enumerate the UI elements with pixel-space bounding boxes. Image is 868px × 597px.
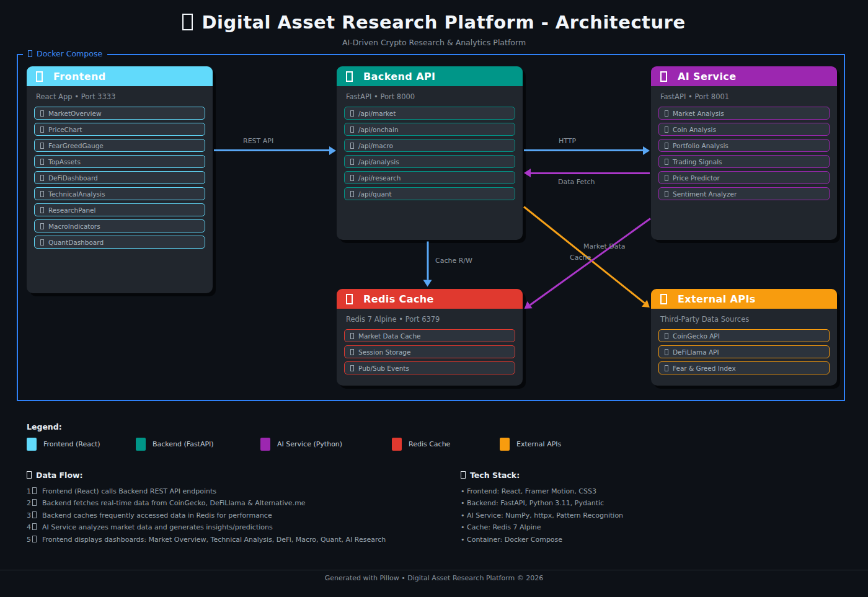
item-label: MacroIndicators bbox=[48, 223, 100, 230]
list-item: Session Storage bbox=[344, 345, 515, 358]
list-item: TechnicalAnalysis bbox=[34, 187, 205, 200]
redis-cache-card: Redis Cache Redis 7 Alpine • Port 6379 M… bbox=[337, 289, 523, 386]
legend-label: Redis Cache bbox=[409, 440, 450, 448]
footer-divider bbox=[0, 570, 868, 570]
cache-rw-arrow bbox=[427, 242, 429, 280]
missing-glyph-icon bbox=[40, 126, 44, 133]
missing-glyph-icon bbox=[32, 499, 37, 506]
legend-label: Frontend (React) bbox=[43, 440, 100, 448]
step-number: 3 bbox=[27, 511, 31, 520]
list-item: Price Predictor bbox=[658, 171, 830, 184]
missing-glyph-icon bbox=[461, 471, 466, 479]
data-flow-step: 2Backend fetches real-time data from Coi… bbox=[27, 499, 306, 507]
step-text: Frontend displays dashboards: Market Ove… bbox=[42, 536, 386, 544]
card-subtitle: React App • Port 3333 bbox=[36, 92, 203, 101]
missing-glyph-icon bbox=[40, 223, 44, 229]
item-label: TechnicalAnalysis bbox=[48, 190, 105, 198]
list-item: Market Analysis bbox=[658, 107, 830, 120]
item-label: Portfolio Analysis bbox=[673, 142, 728, 149]
list-item: /api/analysis bbox=[344, 155, 515, 168]
card-subtitle: Redis 7 Alpine • Port 6379 bbox=[346, 315, 513, 324]
list-item: MacroIndicators bbox=[34, 219, 205, 232]
tech-stack-item: • Backend: FastAPI, Python 3.11, Pydanti… bbox=[461, 499, 604, 507]
docker-compose-label-text: Docker Compose bbox=[37, 49, 102, 58]
missing-glyph-icon bbox=[665, 126, 668, 133]
missing-glyph-icon bbox=[40, 239, 44, 245]
tech-stack-heading: Tech Stack: bbox=[461, 471, 520, 480]
frontend-component-list: MarketOverview PriceChart FearGreedGauge… bbox=[27, 107, 213, 249]
item-label: Market Data Cache bbox=[358, 332, 421, 340]
missing-glyph-icon bbox=[32, 511, 37, 518]
item-label: CoinGecko API bbox=[673, 332, 720, 340]
missing-glyph-icon bbox=[350, 365, 354, 371]
missing-glyph-icon bbox=[40, 207, 44, 213]
external-apis-card: External APIs Third-Party Data Sources C… bbox=[651, 289, 837, 386]
item-label: Trading Signals bbox=[673, 158, 722, 166]
item-label: Price Predictor bbox=[673, 174, 720, 182]
missing-glyph-icon bbox=[665, 349, 668, 355]
footer-text: Generated with Pillow • Digital Asset Re… bbox=[0, 574, 868, 582]
missing-glyph-icon bbox=[40, 110, 44, 117]
legend-label: External APIs bbox=[516, 440, 561, 448]
cache-rw-arrow-label: Cache R/W bbox=[435, 257, 472, 265]
external-api-list: CoinGecko API DeFiLlama API Fear & Greed… bbox=[651, 329, 837, 374]
item-label: MarketOverview bbox=[48, 110, 102, 117]
data-flow-heading: Data Flow: bbox=[27, 471, 83, 480]
data-flow-step: 1Frontend (React) calls Backend REST API… bbox=[27, 487, 216, 495]
docker-compose-label: Docker Compose bbox=[23, 49, 107, 58]
list-item: DeFiDashboard bbox=[34, 171, 205, 184]
missing-glyph-icon bbox=[665, 110, 668, 117]
legend-entry-frontend: Frontend (React) bbox=[27, 438, 100, 451]
legend-entry-redis: Redis Cache bbox=[392, 438, 450, 451]
card-title: AI Service bbox=[678, 71, 736, 82]
tech-stack-heading-text: Tech Stack: bbox=[470, 471, 520, 480]
missing-glyph-icon bbox=[350, 126, 354, 133]
item-label: QuantDashboard bbox=[48, 239, 104, 246]
backend-color-swatch bbox=[136, 438, 146, 451]
item-label: DeFiLlama API bbox=[673, 348, 719, 356]
data-fetch-arrow bbox=[531, 172, 650, 174]
item-label: /api/research bbox=[358, 174, 401, 182]
item-label: Fear & Greed Index bbox=[673, 365, 736, 372]
card-subtitle: FastAPI • Port 8000 bbox=[346, 92, 513, 101]
item-label: /api/macro bbox=[358, 142, 393, 149]
card-title: Frontend bbox=[53, 71, 106, 82]
step-text: AI Service analyzes market data and gene… bbox=[42, 523, 273, 531]
tech-stack-item: • Frontend: React, Framer Motion, CSS3 bbox=[461, 487, 596, 495]
list-item: TopAssets bbox=[34, 155, 205, 168]
missing-glyph-icon bbox=[660, 71, 667, 82]
tech-stack-item: • Container: Docker Compose bbox=[461, 536, 562, 544]
item-label: /api/onchain bbox=[358, 126, 399, 133]
tech-stack-item: • AI Service: NumPy, httpx, Pattern Reco… bbox=[461, 511, 623, 520]
item-label: /api/analysis bbox=[358, 158, 399, 166]
ai-service-feature-list: Market Analysis Coin Analysis Portfolio … bbox=[651, 107, 837, 200]
card-subtitle: Third-Party Data Sources bbox=[660, 315, 828, 324]
redis-feature-list: Market Data Cache Session Storage Pub/Su… bbox=[337, 329, 523, 374]
missing-glyph-icon bbox=[350, 143, 354, 149]
page-title-text: Digital Asset Research Platform - Archit… bbox=[202, 12, 685, 33]
legend-label: AI Service (Python) bbox=[277, 440, 342, 448]
missing-glyph-icon bbox=[36, 71, 43, 82]
item-label: Sentiment Analyzer bbox=[673, 190, 737, 198]
missing-glyph-icon bbox=[350, 333, 354, 339]
data-flow-step: 3Backend caches frequently accessed data… bbox=[27, 511, 272, 520]
list-item: Trading Signals bbox=[658, 155, 830, 168]
list-item: CoinGecko API bbox=[658, 329, 830, 342]
market-data-arrow-label: Market Data bbox=[583, 242, 626, 250]
item-label: ResearchPanel bbox=[48, 206, 96, 214]
legend-entry-backend: Backend (FastAPI) bbox=[136, 438, 214, 451]
step-text: Frontend (React) calls Backend REST API … bbox=[42, 487, 216, 495]
missing-glyph-icon bbox=[665, 175, 668, 181]
missing-glyph-icon bbox=[32, 487, 37, 494]
list-item: DeFiLlama API bbox=[658, 345, 830, 358]
missing-glyph-icon bbox=[660, 294, 667, 304]
missing-glyph-icon bbox=[32, 523, 37, 530]
card-subtitle: FastAPI • Port 8001 bbox=[660, 92, 828, 101]
list-item: Portfolio Analysis bbox=[658, 139, 830, 152]
step-text: Backend fetches real-time data from Coin… bbox=[42, 499, 306, 507]
ai-service-card-header: AI Service bbox=[651, 66, 837, 86]
missing-glyph-icon bbox=[350, 159, 354, 165]
list-item: Pub/Sub Events bbox=[344, 361, 515, 374]
missing-glyph-icon bbox=[350, 175, 354, 181]
list-item: /api/macro bbox=[344, 139, 515, 152]
